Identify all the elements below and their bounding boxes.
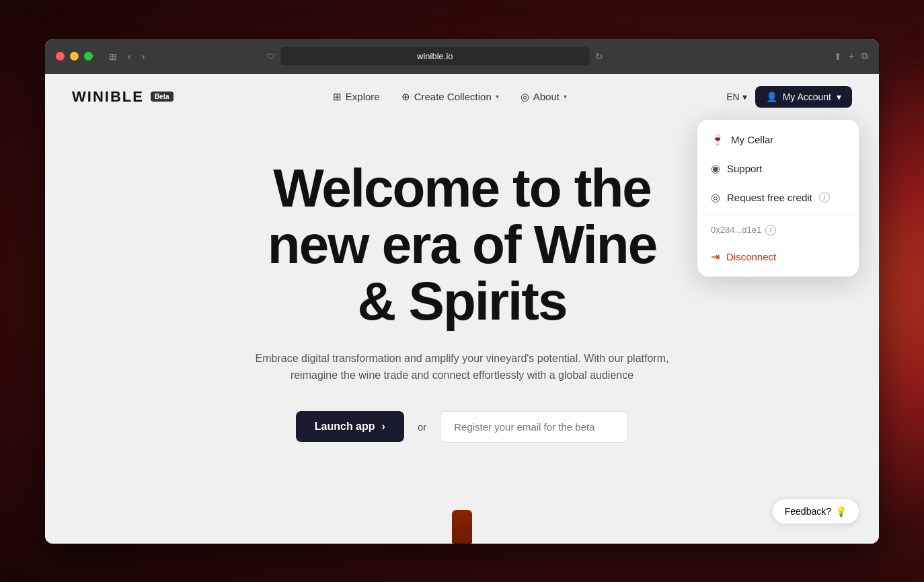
desktop-background: ⊞ ‹ › 🛡 ↻ ⬆ + ⧉ WINIBLE Beta <box>0 0 924 582</box>
language-chevron-icon: ▾ <box>742 92 747 102</box>
hero-title-line3: & Spirits <box>358 271 567 331</box>
page-content: WINIBLE Beta ⊞ Explore ⊕ Create Collecti… <box>45 74 879 544</box>
create-collection-chevron-icon: ▾ <box>496 93 499 100</box>
nav-right: EN ▾ 👤 My Account ▾ <box>726 86 852 108</box>
launch-app-button[interactable]: Launch app › <box>296 411 404 442</box>
create-collection-nav-link[interactable]: ⊕ Create Collection ▾ <box>401 91 499 103</box>
request-credit-menu-item[interactable]: ◎ Request free credit i <box>697 183 859 212</box>
cellar-icon: 🍷 <box>711 133 724 146</box>
hero-title-line2: new era of Wine <box>268 215 656 275</box>
browser-nav-controls: ⊞ ‹ › <box>106 48 147 65</box>
language-label: EN <box>726 92 739 102</box>
browser-right-controls: ⬆ + ⧉ <box>834 50 868 63</box>
my-account-chevron-icon: ▾ <box>837 92 841 102</box>
about-nav-link[interactable]: ◎ About ▾ <box>521 91 567 103</box>
feedback-label: Feedback? <box>785 506 831 517</box>
launch-app-label: Launch app <box>315 421 375 433</box>
secure-icon: 🛡 <box>267 52 275 61</box>
explore-icon: ⊞ <box>333 91 342 103</box>
maximize-button[interactable] <box>84 52 93 61</box>
my-account-dropdown: 🍷 My Cellar ◉ Support ◎ Request free cre… <box>697 120 859 277</box>
wine-bottle-decoration <box>452 510 472 544</box>
wallet-address-item: 0x284...d1e1 i <box>697 218 859 242</box>
wallet-address-text: 0x284...d1e1 <box>711 225 761 235</box>
explore-nav-link[interactable]: ⊞ Explore <box>333 91 380 103</box>
dropdown-divider <box>697 215 859 215</box>
support-icon: ◉ <box>711 162 720 175</box>
create-collection-label: Create Collection <box>414 91 492 102</box>
email-register-input[interactable] <box>440 411 628 443</box>
reload-icon[interactable]: ↻ <box>595 51 603 62</box>
disconnect-menu-item[interactable]: ⇥ Disconnect <box>697 242 859 271</box>
beta-badge: Beta <box>151 92 174 102</box>
request-credit-label: Request free credit <box>727 192 812 203</box>
browser-chrome: ⊞ ‹ › 🛡 ↻ ⬆ + ⧉ <box>45 39 879 74</box>
sidebar-toggle-button[interactable]: ⊞ <box>106 48 120 65</box>
share-icon[interactable]: ⬆ <box>834 51 842 62</box>
navbar: WINIBLE Beta ⊞ Explore ⊕ Create Collecti… <box>45 74 879 120</box>
create-collection-icon: ⊕ <box>401 91 410 103</box>
back-button[interactable]: ‹ <box>125 48 134 65</box>
language-selector[interactable]: EN ▾ <box>726 92 746 102</box>
explore-label: Explore <box>346 91 380 102</box>
tabs-icon[interactable]: ⧉ <box>861 50 868 62</box>
logo-text: WINIBLE <box>72 88 144 106</box>
feedback-icon: 💡 <box>835 506 847 517</box>
disconnect-icon: ⇥ <box>711 250 720 263</box>
support-menu-item[interactable]: ◉ Support <box>697 154 859 183</box>
hero-actions: Launch app › or <box>72 411 852 443</box>
about-chevron-icon: ▾ <box>564 93 567 100</box>
my-cellar-label: My Cellar <box>731 134 773 145</box>
about-label: About <box>533 91 560 102</box>
close-button[interactable] <box>56 52 65 61</box>
hero-subtitle: Embrace digital transformation and ampli… <box>254 350 670 384</box>
nav-links: ⊞ Explore ⊕ Create Collection ▾ ◎ About … <box>333 91 567 103</box>
feedback-button[interactable]: Feedback? 💡 <box>773 499 859 523</box>
address-bar[interactable] <box>280 47 590 65</box>
or-text: or <box>418 421 426 433</box>
about-icon: ◎ <box>521 91 529 103</box>
disconnect-label: Disconnect <box>726 251 776 262</box>
hero-title-line1: Welcome to the <box>273 158 651 218</box>
credit-icon: ◎ <box>711 191 720 204</box>
forward-button[interactable]: › <box>139 48 148 65</box>
support-label: Support <box>727 163 763 174</box>
browser-window: ⊞ ‹ › 🛡 ↻ ⬆ + ⧉ WINIBLE Beta <box>45 39 879 544</box>
my-cellar-menu-item[interactable]: 🍷 My Cellar <box>697 125 859 154</box>
new-tab-icon[interactable]: + <box>849 50 855 63</box>
minimize-button[interactable] <box>70 52 79 61</box>
traffic-lights <box>56 52 93 61</box>
wallet-address-info-icon: i <box>765 225 776 235</box>
user-icon: 👤 <box>766 92 777 102</box>
request-credit-info-icon: i <box>819 192 830 203</box>
address-bar-container: 🛡 ↻ <box>267 47 603 65</box>
my-account-label: My Account <box>783 92 831 102</box>
logo-area: WINIBLE Beta <box>72 88 174 106</box>
my-account-button[interactable]: 👤 My Account ▾ <box>755 86 852 108</box>
launch-arrow-icon: › <box>382 421 385 433</box>
